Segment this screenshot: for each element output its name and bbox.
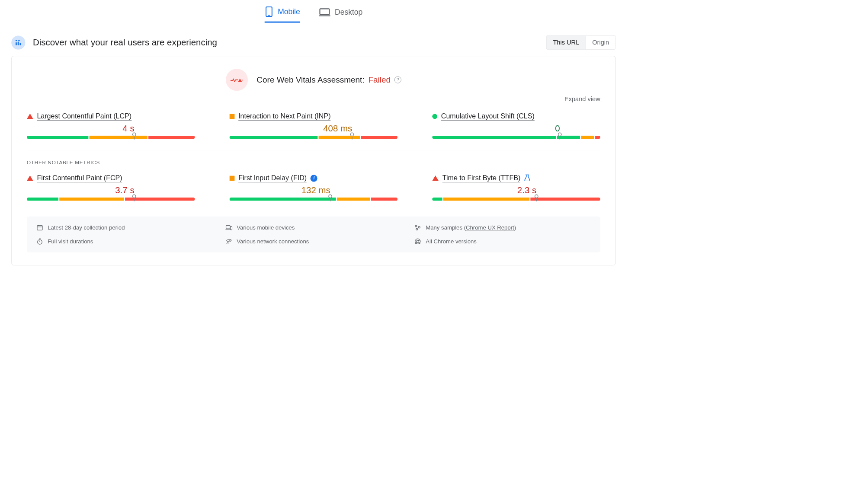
- cwv-fail-icon: [226, 69, 248, 91]
- svg-rect-12: [37, 226, 42, 230]
- info-durations: Full visit durations: [36, 238, 213, 245]
- info-period-text: Latest 28-day collection period: [48, 224, 125, 231]
- cwv-assessment-label: Core Web Vitals Assessment:: [256, 75, 364, 85]
- metric-cls-value: 0: [432, 124, 600, 134]
- metric-lcp: Largest Contentful Paint (LCP) 4 s: [27, 112, 195, 139]
- metric-cls-bar: [432, 136, 600, 139]
- page-title: Discover what your real users are experi…: [33, 38, 217, 48]
- good-circle-icon: [432, 114, 437, 119]
- svg-point-4: [16, 40, 17, 41]
- crux-icon: [11, 35, 25, 49]
- help-icon[interactable]: ?: [394, 77, 401, 83]
- svg-point-20: [418, 226, 420, 228]
- metric-lcp-value: 4 s: [27, 124, 195, 134]
- core-metrics-grid: Largest Contentful Paint (LCP) 4 s Inter…: [27, 112, 600, 139]
- metric-fid-name[interactable]: First Input Delay (FID): [238, 174, 307, 182]
- metric-fid: First Input Delay (FID) i 132 ms: [230, 174, 397, 201]
- metric-fcp-value: 3.7 s: [27, 185, 195, 195]
- cwv-assessment-header: Core Web Vitals Assessment: Failed ?: [27, 69, 600, 91]
- metric-fid-value: 132 ms: [230, 185, 397, 195]
- wifi-icon: [225, 238, 232, 245]
- scope-origin[interactable]: Origin: [586, 35, 615, 49]
- svg-rect-16: [226, 226, 230, 229]
- data-source-panel: Latest 28-day collection period Various …: [27, 217, 600, 252]
- device-tabs: Mobile Desktop: [0, 0, 627, 23]
- calendar-icon: [36, 224, 43, 231]
- chrome-ux-report-link[interactable]: Chrome UX Report: [466, 224, 514, 231]
- metric-fcp-name[interactable]: First Contentful Paint (FCP): [37, 174, 122, 182]
- info-samples-prefix: Many samples (: [426, 224, 466, 231]
- metric-lcp-bar: [27, 136, 195, 139]
- metric-ttfb-name[interactable]: Time to First Byte (TTFB): [442, 174, 521, 182]
- svg-point-25: [228, 242, 229, 243]
- ni-square-icon: [230, 175, 235, 181]
- metric-cls: Cumulative Layout Shift (CLS) 0: [432, 112, 600, 139]
- info-collection-period: Latest 28-day collection period: [36, 224, 213, 231]
- svg-rect-7: [18, 41, 19, 45]
- info-devices: Various mobile devices: [225, 224, 402, 231]
- flask-icon[interactable]: [524, 174, 531, 182]
- metric-inp-name[interactable]: Interaction to Next Paint (INP): [238, 112, 330, 121]
- scope-toggle: This URL Origin: [546, 35, 615, 50]
- info-devices-text: Various mobile devices: [237, 224, 295, 231]
- cwv-assessment-status: Failed: [368, 75, 391, 85]
- svg-point-21: [416, 228, 418, 230]
- poor-triangle-icon: [432, 175, 439, 181]
- metric-inp-bar: [230, 136, 397, 139]
- info-network: Various network connections: [225, 238, 402, 245]
- metric-cls-name[interactable]: Cumulative Layout Shift (CLS): [441, 112, 535, 121]
- svg-rect-2: [320, 9, 330, 14]
- svg-rect-8: [20, 43, 21, 45]
- info-durations-text: Full visit durations: [48, 238, 93, 245]
- metric-inp: Interaction to Next Paint (INP) 408 ms: [230, 112, 397, 139]
- poor-triangle-icon: [27, 175, 33, 181]
- info-versions: All Chrome versions: [414, 238, 591, 245]
- svg-marker-9: [238, 79, 242, 82]
- metric-ttfb-bar: [432, 198, 600, 201]
- tab-mobile-label: Mobile: [278, 7, 300, 16]
- section-header: Discover what your real users are experi…: [0, 23, 627, 56]
- svg-point-5: [18, 40, 19, 41]
- metric-fid-bar: [230, 198, 397, 201]
- tab-desktop[interactable]: Desktop: [319, 6, 363, 23]
- mobile-icon: [264, 6, 273, 17]
- tab-desktop-label: Desktop: [335, 8, 362, 16]
- info-samples-suffix: ): [514, 224, 516, 231]
- ni-square-icon: [230, 114, 235, 119]
- other-metrics-heading: OTHER NOTABLE METRICS: [27, 160, 600, 166]
- chrome-icon: [414, 238, 421, 245]
- metrics-separator: [27, 151, 600, 151]
- info-network-text: Various network connections: [237, 238, 309, 245]
- svg-point-10: [242, 80, 243, 80]
- scatter-icon: [414, 224, 421, 231]
- desktop-icon: [319, 8, 330, 16]
- metric-fcp: First Contentful Paint (FCP) 3.7 s: [27, 174, 195, 201]
- info-samples: Many samples (Chrome UX Report): [414, 224, 591, 231]
- devices-icon: [225, 224, 232, 231]
- metric-lcp-name[interactable]: Largest Contentful Paint (LCP): [37, 112, 131, 121]
- info-versions-text: All Chrome versions: [426, 238, 477, 245]
- metric-fcp-bar: [27, 198, 195, 201]
- scope-this-url[interactable]: This URL: [547, 35, 586, 49]
- other-metrics-grid: First Contentful Paint (FCP) 3.7 s First…: [27, 174, 600, 201]
- svg-point-28: [417, 240, 419, 242]
- svg-rect-18: [230, 226, 232, 230]
- expand-view-link[interactable]: Expand view: [564, 95, 600, 102]
- stopwatch-icon: [36, 238, 43, 245]
- svg-rect-6: [16, 42, 17, 45]
- svg-point-19: [415, 225, 417, 227]
- metric-ttfb: Time to First Byte (TTFB) 2.3 s: [432, 174, 600, 201]
- metric-ttfb-value: 2.3 s: [432, 185, 600, 195]
- info-icon[interactable]: i: [311, 175, 317, 182]
- field-data-card: Core Web Vitals Assessment: Failed ? Exp…: [11, 56, 615, 265]
- metric-ttfb-pin: [535, 195, 538, 198]
- poor-triangle-icon: [27, 114, 33, 119]
- metric-inp-value: 408 ms: [230, 124, 397, 134]
- tab-mobile[interactable]: Mobile: [264, 6, 300, 23]
